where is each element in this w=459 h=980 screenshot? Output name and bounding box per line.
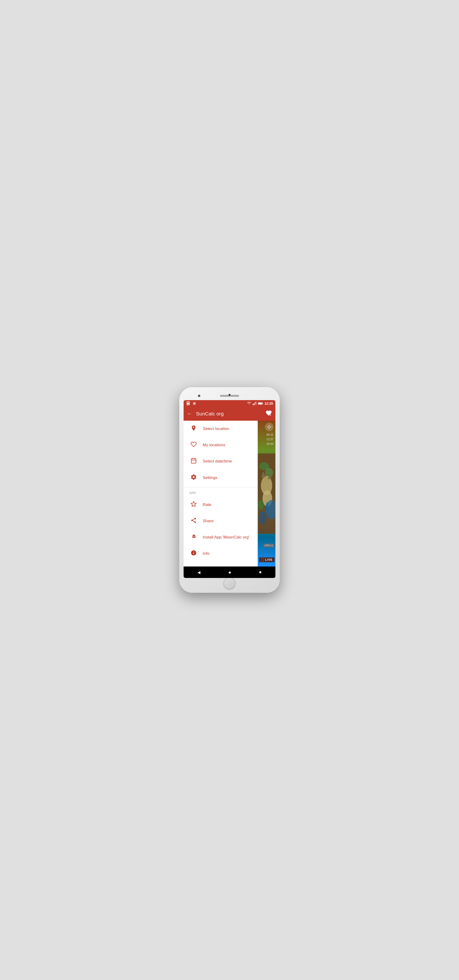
phone-frame: 12:25 ← SunCalc org +	[179, 387, 280, 593]
settings-label: Settings	[203, 476, 217, 480]
times-panel: 08:31 13:37 18:44	[266, 433, 274, 447]
locate-me-button[interactable]	[265, 423, 274, 431]
heart-outline-icon	[189, 441, 198, 449]
sim-card-icon	[186, 401, 191, 406]
svg-text:+: +	[270, 413, 271, 416]
record-icon	[193, 402, 196, 406]
info-icon	[189, 550, 198, 557]
svg-rect-4	[253, 404, 253, 405]
share-label: Share	[203, 519, 214, 523]
live-badge[interactable]: LIVE	[259, 557, 274, 562]
utc-badge: UTC+1	[263, 544, 274, 547]
menu-item-share[interactable]: Share	[183, 513, 258, 529]
menu-item-rate[interactable]: Rate	[183, 497, 258, 513]
app-section-header: APP	[183, 488, 258, 497]
settings-icon	[189, 474, 198, 482]
menu-item-settings[interactable]: Settings	[183, 469, 258, 486]
svg-rect-14	[191, 458, 196, 463]
live-label: LIVE	[265, 558, 273, 562]
phone-screen: 12:25 ← SunCalc org +	[183, 400, 276, 578]
phone-camera	[198, 395, 200, 397]
menu-item-my-locations[interactable]: My locations	[183, 437, 258, 453]
status-bar: 12:25	[183, 400, 276, 407]
back-button[interactable]: ←	[187, 410, 192, 417]
favorite-button[interactable]: +	[265, 410, 272, 418]
nav-home-button[interactable]: ●	[228, 570, 231, 575]
phone-sensor	[228, 394, 231, 396]
info-label: Info	[203, 551, 209, 556]
phone-home-button[interactable]	[223, 577, 236, 589]
svg-rect-5	[253, 403, 254, 405]
status-right-icons: 12:25	[247, 402, 273, 406]
heart-add-icon: +	[265, 410, 272, 416]
svg-marker-18	[191, 501, 196, 506]
rate-label: Rate	[203, 503, 211, 507]
map-panel: 08:31 13:37 18:44 UTC+1 LIVE	[258, 421, 276, 566]
nav-recent-button[interactable]: ■	[259, 570, 261, 574]
android-icon	[189, 533, 198, 541]
select-location-label: Select location	[203, 426, 229, 431]
menu-item-select-datetime[interactable]: Select date/time	[183, 453, 258, 469]
svg-point-25	[258, 511, 266, 524]
menu-divider	[183, 487, 258, 487]
status-time: 12:25	[265, 402, 273, 406]
phone-top-bar	[183, 391, 276, 400]
menu-item-select-location[interactable]: Select location	[183, 421, 258, 437]
android-nav-bar: ◀ ● ■	[183, 566, 276, 578]
menu-item-info[interactable]: Info	[183, 546, 258, 562]
sunset-time: 18:44	[266, 442, 274, 446]
live-checkbox[interactable]	[261, 558, 264, 561]
solar-noon-time: 13:37	[266, 437, 274, 442]
pin-icon	[189, 425, 198, 433]
phone-bottom-bar	[183, 578, 276, 589]
menu-item-install[interactable]: Install App 'MoonCalc org'	[183, 529, 258, 546]
svg-rect-11	[263, 403, 263, 404]
select-datetime-label: Select date/time	[203, 459, 232, 464]
signal-icon	[252, 402, 257, 405]
nav-back-button[interactable]: ◀	[198, 570, 200, 574]
app-header: ← SunCalc org +	[183, 407, 276, 421]
status-left-icons	[186, 401, 196, 406]
calendar-icon	[189, 458, 198, 465]
install-label: Install App 'MoonCalc org'	[203, 535, 249, 540]
crosshair-icon	[266, 424, 272, 430]
main-content: Select location My locations	[183, 421, 276, 566]
wifi-icon	[247, 402, 251, 405]
svg-point-27	[268, 426, 270, 428]
svg-point-26	[258, 500, 264, 510]
svg-rect-12	[258, 403, 262, 404]
drawer-menu: Select location My locations	[183, 421, 258, 566]
svg-point-3	[194, 403, 195, 404]
app-title: SunCalc org	[196, 411, 265, 417]
svg-rect-1	[187, 402, 189, 404]
star-icon	[189, 501, 198, 509]
share-icon	[189, 517, 198, 525]
sunrise-time: 08:31	[266, 433, 274, 437]
battery-icon	[258, 402, 263, 405]
my-locations-label: My locations	[203, 443, 225, 447]
